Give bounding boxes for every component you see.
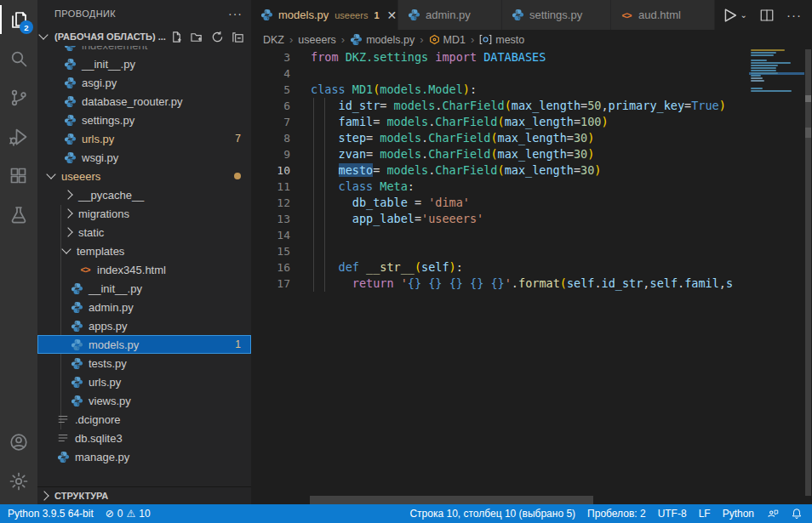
tree-file-db-sqlite3[interactable]: db.sqlite3 [37,429,251,447]
tree-file--init-py[interactable]: __init__.py [37,279,251,298]
line-number[interactable]: 5 [251,82,290,98]
status-feedback[interactable] [760,504,785,523]
collapse-all-icon[interactable] [232,31,244,43]
breadcrumb-dkz[interactable]: DKZ [263,34,284,46]
line-number[interactable]: 6 [251,98,290,114]
code-line-10[interactable]: 10 mesto= models.CharField(max_length=30… [251,162,749,179]
code-line-13[interactable]: 13 app_label='useeers' [251,211,749,227]
line-number[interactable]: 15 [251,243,290,259]
code-line-14[interactable]: 14 [251,227,749,243]
tab-settings-py[interactable]: settings.py [502,0,611,30]
activitybar-extensions[interactable] [0,156,37,196]
code-line-5[interactable]: 5class MD1(models.Model): [251,82,749,98]
tree-folder-useeers[interactable]: useeers [37,167,251,185]
gutter-space [290,49,311,65]
code-line-17[interactable]: 17 return '{} {} {} {} {}'.format(self.i… [251,276,749,292]
code-editor[interactable]: 3from DKZ.settings import DATABASES45cla… [251,49,749,504]
minimap-line [751,70,776,71]
code-line-8[interactable]: 8 step= models.CharField(max_length=30) [251,130,749,146]
tree-file-indexelement[interactable]: indexelement [37,46,251,54]
line-number[interactable]: 4 [251,65,290,82]
line-number[interactable]: 11 [251,179,290,195]
code-line-4[interactable]: 4 [251,65,749,82]
tree-folder-migrations[interactable]: migrations [37,204,251,223]
code-line-6[interactable]: 6 id_str= models.CharField(max_length=50… [251,98,749,114]
python-icon [70,356,83,370]
tree-file-urls-py[interactable]: urls.py [37,372,251,391]
tab-admin-py[interactable]: admin.py [398,0,502,30]
tree-file-tests-py[interactable]: tests.py [37,354,251,372]
tree-file-admin-py[interactable]: admin.py [37,298,251,316]
tree-file-apps-py[interactable]: apps.py [37,316,251,335]
status-eol[interactable]: LF [693,504,717,523]
activitybar-testing[interactable] [0,196,37,235]
line-number[interactable]: 9 [251,146,290,162]
workspace-section-header[interactable]: (РАБОЧАЯ ОБЛАСТЬ) ... [37,27,251,46]
activitybar-explorer[interactable]: 2 [0,0,37,39]
code-line-3[interactable]: 3from DKZ.settings import DATABASES [251,49,749,65]
status-notifications[interactable] [785,504,809,523]
activitybar-accounts[interactable] [0,423,37,462]
code-line-11[interactable]: 11 class Meta: [251,179,749,195]
new-folder-icon[interactable] [191,31,203,43]
line-number[interactable]: 14 [251,227,290,243]
tree-file--dcignore[interactable]: .dcignore [37,410,251,429]
run-python-file-icon[interactable]: ⌄ [720,6,747,25]
close-icon[interactable]: ✕ [387,9,397,21]
tree-item-label: urls.py [82,133,114,145]
breadcrumb-models-py[interactable]: models.py [350,33,415,46]
line-number[interactable]: 17 [251,276,290,292]
code-line-7[interactable]: 7 famil= models.CharField(max_length=100… [251,114,749,130]
tree-file-views-py[interactable]: views.py [37,391,251,410]
tab-aud-html[interactable]: <>aud.html [611,0,715,30]
more-actions-icon[interactable]: ··· [786,8,802,22]
activitybar-source-control[interactable] [0,78,37,117]
vertical-scrollbar[interactable] [805,49,811,496]
code-line-12[interactable]: 12 db_table = 'dima' [251,195,749,211]
more-actions-icon[interactable]: ··· [228,7,243,20]
status-indentation[interactable]: Пробелов: 2 [581,504,652,523]
line-number[interactable]: 8 [251,130,290,146]
minimap[interactable] [749,30,804,504]
split-editor-icon[interactable] [759,8,775,23]
line-number[interactable]: 16 [251,259,290,276]
breadcrumb-md1[interactable]: MD1 [429,34,466,46]
activitybar-search[interactable] [0,39,37,78]
tree-file-asgi-py[interactable]: asgi.py [37,73,251,92]
outline-section-header[interactable]: СТРУКТУРА [37,486,251,504]
tree-file-models-py[interactable]: models.py1 [37,335,251,354]
tree-file--init-py[interactable]: __init__.py [37,54,251,73]
tree-file-urls-py[interactable]: urls.py7 [37,129,251,148]
code-line-16[interactable]: 16 def __str__(self): [251,259,749,276]
activitybar-run-and-debug[interactable] [0,117,37,156]
tree-file-manage-py[interactable]: manage.py [37,447,251,466]
status-cursor-position[interactable]: Строка 10, столбец 10 (выбрано 5) [403,504,581,523]
breadcrumb-useeers[interactable]: useeers [298,34,335,46]
line-number[interactable]: 12 [251,195,290,211]
activitybar-manage[interactable] [0,462,37,501]
line-number[interactable]: 7 [251,114,290,130]
status-problems[interactable]: ⊘0⚠10 [100,504,157,523]
code-line-9[interactable]: 9 zvan= models.CharField(max_length=30) [251,146,749,162]
status-encoding[interactable]: UTF-8 [652,504,693,523]
tree-file-database-roouter-py[interactable]: database_roouter.py [37,92,251,111]
status-language-mode[interactable]: Python [717,504,760,523]
line-number[interactable]: 13 [251,211,290,227]
tree-file-wsgi-py[interactable]: wsgi.py [37,148,251,167]
tree-file-index345-html[interactable]: <>index345.html [37,260,251,279]
gutter-space [290,211,311,227]
line-number[interactable]: 10 [251,162,290,179]
breadcrumb-mesto[interactable]: mesto [479,34,524,46]
line-number[interactable]: 3 [251,49,290,65]
tab-models-py[interactable]: models.pyuseeers1✕ [251,0,398,30]
tree-folder-static[interactable]: static [37,223,251,242]
tree-folder--pycache-[interactable]: __pycache__ [37,185,251,204]
code-text: return '{} {} {} {} {}'.format(self.id_s… [311,276,733,292]
status-python-interpreter[interactable]: Python 3.9.5 64-bit [2,504,100,523]
tree-folder-templates[interactable]: templates [37,242,251,260]
new-file-icon[interactable] [170,31,183,43]
horizontal-scrollbar[interactable] [310,496,593,504]
code-line-15[interactable]: 15 [251,243,749,259]
refresh-icon[interactable] [211,31,224,43]
tree-file-settings-py[interactable]: settings.py [37,111,251,129]
